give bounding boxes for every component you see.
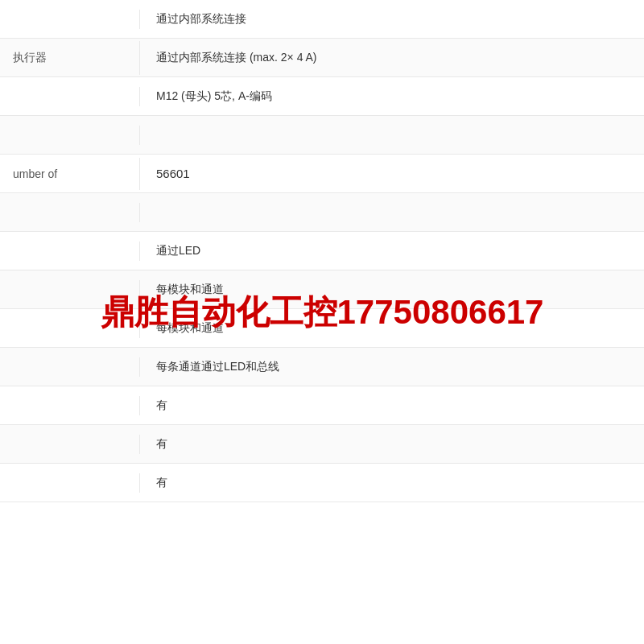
table-row: 每模块和通道	[0, 270, 644, 309]
cell-label	[0, 435, 140, 454]
table-row: 通过LED	[0, 232, 644, 270]
table-row: 每模块和通道	[0, 309, 644, 348]
cell-label: umber of	[0, 158, 140, 190]
page-container: 通过内部系统连接执行器通过内部系统连接 (max. 2× 4 A)M12 (母头…	[0, 0, 644, 644]
cell-value: 每条通道通过LED和总线	[140, 350, 644, 384]
cell-value	[140, 126, 644, 145]
cell-label	[0, 10, 140, 29]
table-row	[0, 116, 644, 155]
table-row: 有	[0, 464, 644, 502]
cell-value: M12 (母头) 5芯, A-编码	[140, 80, 644, 114]
cell-value: 有	[140, 389, 644, 423]
spec-table: 通过内部系统连接执行器通过内部系统连接 (max. 2× 4 A)M12 (母头…	[0, 0, 644, 502]
cell-value: 每模块和通道	[140, 312, 644, 345]
cell-label	[0, 319, 140, 338]
table-row: umber of56601	[0, 155, 644, 193]
cell-label: 执行器	[0, 41, 140, 75]
cell-value: 有	[140, 427, 644, 461]
cell-label	[0, 280, 140, 299]
cell-label	[0, 396, 140, 415]
cell-value: 56601	[140, 157, 644, 190]
cell-value: 通过内部系统连接 (max. 2× 4 A)	[140, 41, 644, 75]
table-row: 有	[0, 425, 644, 464]
table-row: 通过内部系统连接	[0, 0, 644, 39]
cell-label	[0, 242, 140, 261]
cell-label	[0, 126, 140, 145]
cell-label	[0, 87, 140, 106]
table-row: 有	[0, 386, 644, 425]
cell-value: 通过内部系统连接	[140, 2, 644, 36]
table-row	[0, 193, 644, 232]
table-row: M12 (母头) 5芯, A-编码	[0, 77, 644, 116]
cell-value: 通过LED	[140, 234, 644, 268]
cell-label	[0, 473, 140, 493]
cell-value	[140, 203, 644, 222]
table-row: 执行器通过内部系统连接 (max. 2× 4 A)	[0, 39, 644, 77]
cell-value: 有	[140, 466, 644, 500]
cell-value: 每模块和通道	[140, 273, 644, 307]
table-row: 每条通道通过LED和总线	[0, 348, 644, 386]
cell-label	[0, 357, 140, 377]
cell-label	[0, 203, 140, 222]
